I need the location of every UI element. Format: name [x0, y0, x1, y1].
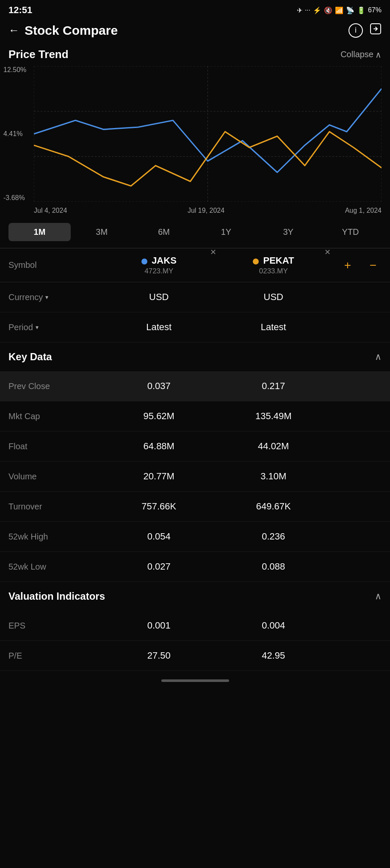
currency-jaks-value: USD: [102, 292, 216, 303]
back-button[interactable]: ←: [8, 24, 19, 37]
symbol-row: Symbol ✕ JAKS 4723.MY ✕ PEKAT 0233.MY + …: [0, 248, 390, 282]
key-data-header: Key Data ∧: [0, 342, 390, 371]
valuation-header: Valuation Indicators ∧: [0, 582, 390, 611]
float-pekat: 44.02M: [216, 441, 331, 452]
52wk-high-pekat: 0.236: [216, 531, 331, 542]
currency-dropdown-arrow[interactable]: ▾: [45, 294, 48, 300]
52wk-low-pekat: 0.088: [216, 561, 331, 572]
period-1m[interactable]: 1M: [8, 223, 71, 241]
price-trend-title: Price Trend: [8, 48, 69, 61]
52wk-high-jaks: 0.054: [102, 531, 216, 542]
prev-close-label: Prev Close: [8, 381, 102, 391]
bottom-bar: [0, 671, 390, 690]
period-ytd[interactable]: YTD: [319, 223, 382, 241]
prev-close-row: Prev Close 0.037 0.217: [0, 371, 390, 401]
period-3y[interactable]: 3Y: [257, 223, 319, 241]
header: ← Stock Compare i: [0, 19, 390, 45]
pekat-dot: [253, 259, 259, 264]
currency-row: Currency ▾ USD USD: [0, 282, 390, 312]
symbol-pekat: ✕ PEKAT 0233.MY: [216, 255, 331, 275]
chart-x-labels: Jul 4, 2024 Jul 19, 2024 Aug 1, 2024: [0, 205, 390, 218]
pekat-name: PEKAT: [263, 255, 294, 266]
status-bar: 12:51 ✈ ··· ⚡ 🔇 📶 📡 🔋 67%: [0, 0, 390, 19]
x-label-2: Jul 19, 2024: [188, 207, 224, 214]
x-label-1: Jul 4, 2024: [34, 207, 67, 214]
telegram-icon: ✈: [297, 6, 302, 14]
prev-close-jaks: 0.037: [102, 381, 216, 392]
close-pekat-button[interactable]: ✕: [324, 248, 331, 257]
52wk-low-row: 52wk Low 0.027 0.088: [0, 552, 390, 582]
add-symbol-button[interactable]: +: [331, 259, 365, 272]
52wk-high-label: 52wk High: [8, 532, 102, 542]
key-data-title: Key Data: [8, 351, 52, 363]
header-right: i: [349, 23, 382, 38]
period-jaks-value: Latest: [102, 322, 216, 333]
symbol-label: Symbol: [8, 260, 102, 270]
mkt-cap-row: Mkt Cap 95.62M 135.49M: [0, 401, 390, 431]
jaks-code: 4723.MY: [102, 267, 216, 275]
time-period-selector: 1M 3M 6M 1Y 3Y YTD: [0, 218, 390, 248]
signal-icon: 📶: [335, 6, 343, 14]
52wk-low-label: 52wk Low: [8, 562, 102, 572]
mute-icon: 🔇: [324, 6, 332, 14]
info-icon: i: [355, 26, 357, 35]
price-chart: 12.50% 4.41% -3.68%: [0, 66, 390, 202]
mkt-cap-jaks: 95.62M: [102, 411, 216, 422]
volume-label: Volume: [8, 472, 102, 481]
period-label: Period ▾: [8, 323, 102, 332]
turnover-row: Turnover 757.66K 649.67K: [0, 492, 390, 522]
float-row: Float 64.88M 44.02M: [0, 431, 390, 462]
prev-close-pekat: 0.217: [216, 381, 331, 392]
pe-label: P/E: [8, 651, 102, 661]
period-pekat-value: Latest: [216, 322, 331, 333]
remove-symbol-button[interactable]: −: [365, 259, 382, 272]
status-time: 12:51: [8, 5, 32, 16]
key-data-collapse-button[interactable]: ∧: [375, 351, 382, 362]
mkt-cap-pekat: 135.49M: [216, 411, 331, 422]
info-button[interactable]: i: [349, 23, 363, 38]
jaks-dot: [141, 259, 147, 264]
pe-row: P/E 27.50 42.95: [0, 641, 390, 671]
pekat-code: 0233.MY: [216, 267, 331, 275]
price-trend-header: Price Trend Collapse ∧: [0, 45, 390, 66]
period-6m[interactable]: 6M: [133, 223, 195, 241]
jaks-name: JAKS: [152, 255, 177, 266]
x-label-3: Aug 1, 2024: [345, 207, 382, 214]
volume-pekat: 3.10M: [216, 471, 331, 482]
volume-row: Volume 20.77M 3.10M: [0, 462, 390, 492]
pe-pekat: 42.95: [216, 650, 331, 661]
symbol-jaks: ✕ JAKS 4723.MY: [102, 255, 216, 275]
currency-pekat-value: USD: [216, 292, 331, 303]
page-title: Stock Compare: [25, 23, 118, 38]
period-1y[interactable]: 1Y: [195, 223, 257, 241]
currency-label: Currency ▾: [8, 292, 102, 302]
jaks-line: [34, 89, 382, 172]
period-row: Period ▾ Latest Latest: [0, 312, 390, 342]
period-3m[interactable]: 3M: [71, 223, 133, 241]
header-left: ← Stock Compare: [8, 23, 118, 38]
52wk-low-jaks: 0.027: [102, 561, 216, 572]
turnover-pekat: 649.67K: [216, 501, 331, 512]
chart-svg-wrapper: [34, 66, 382, 202]
scroll-indicator: [161, 679, 229, 682]
valuation-title: Valuation Indicators: [8, 590, 105, 602]
eps-row: EPS 0.001 0.004: [0, 611, 390, 641]
close-jaks-button[interactable]: ✕: [210, 248, 216, 257]
valuation-collapse-button[interactable]: ∧: [375, 591, 382, 602]
mkt-cap-label: Mkt Cap: [8, 412, 102, 421]
y-label-bot: -3.68%: [3, 194, 26, 202]
battery-percent: 67%: [368, 6, 382, 14]
collapse-button[interactable]: Collapse ∧: [340, 50, 382, 60]
battery-icon: 🔋: [357, 6, 365, 14]
chart-svg: [34, 66, 382, 202]
turnover-jaks: 757.66K: [102, 501, 216, 512]
eps-label: EPS: [8, 621, 102, 631]
bluetooth-icon: ⚡: [313, 6, 321, 14]
more-icon: ···: [305, 6, 310, 14]
turnover-label: Turnover: [8, 502, 102, 512]
share-button[interactable]: [370, 23, 382, 38]
eps-pekat: 0.004: [216, 620, 331, 631]
period-dropdown-arrow[interactable]: ▾: [36, 324, 39, 331]
y-label-top: 12.50%: [3, 66, 26, 74]
float-jaks: 64.88M: [102, 441, 216, 452]
